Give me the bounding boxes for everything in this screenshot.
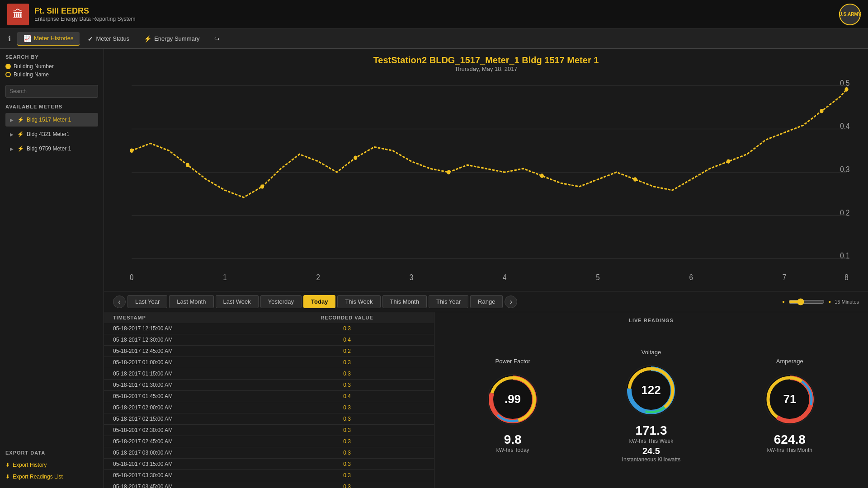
export-data-label: EXPORT DATA — [5, 450, 98, 455]
data-table: TIMESTAMP RECORDED VALUE 05-18-2017 12:1… — [104, 312, 434, 488]
meter-icon-1: ⚡ — [17, 117, 24, 123]
search-input[interactable] — [5, 85, 98, 98]
table-row: 05-18-2017 01:15:00 AM0.3 — [104, 368, 434, 380]
table-row: 05-18-2017 03:30:00 AM0.3 — [104, 470, 434, 481]
chart-header: TestStation2 BLDG_1517_Meter_1 Bldg 1517… — [104, 49, 868, 75]
svg-text:122: 122 — [642, 383, 661, 397]
timestamp-cell: 05-18-2017 01:00:00 AM — [113, 359, 269, 366]
chart-svg: 0.5 0.4 0.3 0.2 0.1 0 1 2 3 4 5 6 7 — [113, 75, 859, 291]
meter-icon-3: ⚡ — [17, 145, 24, 152]
table-body: 05-18-2017 12:15:00 AM0.305-18-2017 12:3… — [104, 323, 434, 488]
expand-icon-1: ▶ — [10, 117, 14, 122]
gauges-row: Power Factor .99 9.8 — [443, 328, 859, 483]
time-controls: ‹ Last Year Last Month Last Week Yesterd… — [104, 291, 868, 312]
table-row: 05-18-2017 01:45:00 AM0.4 — [104, 391, 434, 402]
nav-label-meter-histories: Meter Histories — [34, 35, 73, 42]
meter-item-bldg-9759[interactable]: ▶ ⚡ Bldg 9759 Meter 1 — [5, 142, 98, 155]
timestamp-cell: 05-18-2017 12:30:00 AM — [113, 337, 269, 343]
export-section: EXPORT DATA ⬇ Export History ⬇ Export Re… — [5, 450, 98, 483]
timestamp-cell: 05-18-2017 01:15:00 AM — [113, 371, 269, 377]
value-cell: 0.3 — [269, 382, 425, 388]
btn-last-month[interactable]: Last Month — [169, 295, 213, 308]
expand-icon-2: ▶ — [10, 132, 14, 137]
available-meters-label: AVAILABLE METERS — [5, 104, 98, 109]
expand-icon-3: ▶ — [10, 146, 14, 151]
info-icon[interactable]: ℹ — [4, 32, 15, 46]
timestamp-cell: 05-18-2017 03:15:00 AM — [113, 461, 269, 467]
app-title: Ft. Sill EEDRS — [34, 6, 135, 16]
nav-item-energy-summary[interactable]: ⚡ Energy Summary — [137, 33, 206, 45]
svg-point-28 — [844, 87, 848, 92]
meter-icon-2: ⚡ — [17, 131, 24, 137]
col-timestamp: TIMESTAMP — [113, 315, 269, 320]
value-cell: 0.3 — [269, 461, 425, 467]
interval-label: 15 Minutes — [835, 299, 859, 305]
timestamp-cell: 05-18-2017 03:00:00 AM — [113, 450, 269, 456]
svg-text:6: 6 — [689, 273, 693, 282]
btn-yesterday[interactable]: Yesterday — [260, 295, 302, 308]
export-readings-link[interactable]: ⬇ Export Readings List — [5, 471, 98, 483]
v-big-num: 171.3 — [622, 423, 680, 438]
radio-building-name[interactable]: Building Name — [5, 71, 98, 78]
gauge-circle-v: 122 — [622, 361, 680, 420]
bolt-icon: ⚡ — [144, 35, 151, 42]
radio-circle-building-number — [5, 64, 11, 69]
svg-point-23 — [447, 170, 450, 174]
header: 🏛 Ft. Sill EEDRS Enterprise Energy Data … — [0, 0, 868, 29]
nav-item-meter-histories[interactable]: 📈 Meter Histories — [17, 32, 80, 46]
meter-item-bldg-4321[interactable]: ▶ ⚡ Bldg 4321 Meter1 — [5, 127, 98, 141]
gauge-bottom-pf: 9.8 kW-hrs Today — [496, 432, 529, 453]
svg-point-21 — [260, 184, 264, 189]
timestamp-cell: 05-18-2017 12:15:00 AM — [113, 325, 269, 332]
export-readings-label: Export Readings List — [13, 474, 63, 480]
btn-last-year[interactable]: Last Year — [127, 295, 167, 308]
value-cell: 0.3 — [269, 483, 425, 488]
interval-control: ● ● 15 Minutes — [782, 298, 859, 305]
v-extra-label: Instantaneous Killowatts — [622, 456, 680, 463]
meter-label-2: Bldg 4321 Meter1 — [27, 131, 70, 137]
value-cell: 0.3 — [269, 325, 425, 332]
next-arrow[interactable]: › — [505, 296, 517, 308]
meter-label-1: Bldg 1517 Meter 1 — [27, 117, 71, 123]
nav-item-meter-status[interactable]: ✔ Meter Status — [81, 33, 136, 45]
main-content: SEARCH BY Building Number Building Name … — [0, 49, 868, 488]
gauge-circle-a: 71 — [760, 370, 819, 429]
nav-item-logout[interactable]: ↪ — [208, 33, 226, 45]
btn-range[interactable]: Range — [470, 295, 503, 308]
download-icon-2: ⬇ — [5, 474, 10, 480]
meter-item-bldg-1517[interactable]: ▶ ⚡ Bldg 1517 Meter 1 — [5, 113, 98, 127]
timestamp-cell: 05-18-2017 02:45:00 AM — [113, 438, 269, 445]
timestamp-cell: 05-18-2017 02:30:00 AM — [113, 427, 269, 433]
prev-arrow[interactable]: ‹ — [113, 296, 126, 308]
gauge-amperage: Amperage 71 624.8 k — [760, 358, 819, 453]
interval-slider[interactable] — [788, 298, 825, 305]
radio-building-number[interactable]: Building Number — [5, 63, 98, 70]
gauge-label-a: Amperage — [776, 358, 803, 365]
logo-icon: 🏛 — [13, 8, 24, 21]
nav-label-energy-summary: Energy Summary — [154, 35, 199, 42]
btn-last-week[interactable]: Last Week — [216, 295, 259, 308]
btn-today[interactable]: Today — [303, 295, 335, 308]
svg-point-19 — [130, 149, 133, 153]
export-history-link[interactable]: ⬇ Export History — [5, 459, 98, 471]
table-row: 05-18-2017 03:15:00 AM0.3 — [104, 459, 434, 470]
table-row: 05-18-2017 12:30:00 AM0.4 — [104, 334, 434, 346]
svg-point-25 — [633, 177, 637, 182]
value-cell: 0.4 — [269, 393, 425, 399]
nav-label-meter-status: Meter Status — [96, 35, 129, 42]
table-row: 05-18-2017 01:00:00 AM0.3 — [104, 357, 434, 368]
btn-this-month[interactable]: This Month — [382, 295, 427, 308]
svg-text:7: 7 — [783, 273, 786, 282]
btn-this-week[interactable]: This Week — [337, 295, 380, 308]
timestamp-cell: 05-18-2017 12:45:00 AM — [113, 348, 269, 354]
svg-point-22 — [354, 155, 357, 160]
col-value: RECORDED VALUE — [269, 315, 425, 320]
chart-date: Thursday, May 18, 2017 — [113, 66, 859, 72]
v-unit: kW-hrs This Week — [622, 438, 680, 444]
btn-this-year[interactable]: This Year — [429, 295, 468, 308]
chart-title: TestStation2 BLDG_1517_Meter_1 Bldg 1517… — [113, 55, 859, 66]
svg-text:1: 1 — [223, 273, 226, 282]
chart-wrapper: 0.5 0.4 0.3 0.2 0.1 0 1 2 3 4 5 6 7 — [113, 75, 859, 291]
bottom-section: TIMESTAMP RECORDED VALUE 05-18-2017 12:1… — [104, 312, 868, 488]
value-cell: 0.3 — [269, 438, 425, 445]
